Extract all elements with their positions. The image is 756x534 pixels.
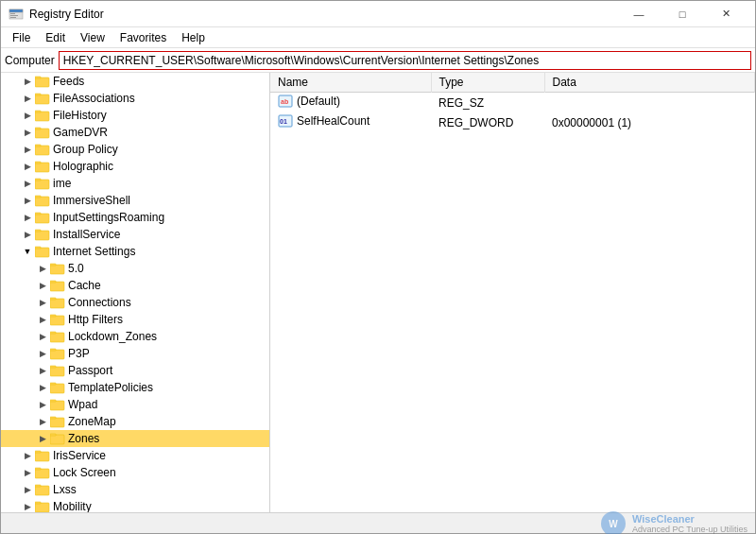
tree-label-ime: ime xyxy=(53,177,71,190)
tree-item-50[interactable]: ▶ 5.0 xyxy=(1,260,269,277)
svg-rect-36 xyxy=(50,332,56,334)
svg-rect-25 xyxy=(35,248,49,257)
menu-favorites[interactable]: Favorites xyxy=(112,29,174,46)
svg-rect-35 xyxy=(50,333,64,342)
maximize-button[interactable]: □ xyxy=(661,1,704,27)
tree-label-50: 5.0 xyxy=(68,262,84,275)
address-label: Computer xyxy=(5,54,55,67)
svg-rect-3 xyxy=(10,15,18,16)
reg-dword-icon-selfheal: 01 SelfHealCount xyxy=(278,114,369,128)
address-input[interactable] xyxy=(59,51,751,70)
tree-item-inputsettingsroaming[interactable]: ▶ InputSettingsRoaming xyxy=(1,209,269,226)
tree-item-gamedvr[interactable]: ▶ GameDVR xyxy=(1,124,269,141)
expander-immersiveshell: ▶ xyxy=(20,193,35,208)
tree-label-zones: Zones xyxy=(68,432,99,445)
tree-item-lockdownzones[interactable]: ▶ Lockdown_Zones xyxy=(1,328,269,345)
tree-item-mobility[interactable]: ▶ Mobility xyxy=(1,498,269,512)
tree-label-gamedvr: GameDVR xyxy=(53,126,108,139)
tree-item-fileassociations[interactable]: ▶ FileAssociations xyxy=(1,90,269,107)
tree-label-filehistory: FileHistory xyxy=(53,109,107,122)
tree-label-irisservice: IrisService xyxy=(53,449,106,462)
expander-internetsettings: ▼ xyxy=(20,244,35,259)
svg-rect-55 xyxy=(35,503,49,512)
reg-sz-icon-default: ab (Default) xyxy=(278,95,340,108)
minimize-button[interactable]: — xyxy=(617,1,661,27)
svg-rect-2 xyxy=(10,13,15,14)
tree-item-holographic[interactable]: ▶ Holographic xyxy=(1,158,269,175)
expander-lockscreen: ▶ xyxy=(20,465,35,480)
tree-item-wpad[interactable]: ▶ Wpad xyxy=(1,396,269,413)
tree-item-ime[interactable]: ▶ ime xyxy=(1,175,269,192)
svg-rect-49 xyxy=(35,452,49,461)
svg-rect-22 xyxy=(35,213,41,215)
tree-item-grouppolicy[interactable]: ▶ Group Policy xyxy=(1,141,269,158)
tree-pane[interactable]: ▶ Feeds ▶ FileAssociations ▶ xyxy=(1,73,270,512)
col-header-data: Data xyxy=(544,73,755,93)
expander-installservice: ▶ xyxy=(20,227,35,242)
expander-mobility: ▶ xyxy=(20,499,35,512)
tree-label-lockscreen: Lock Screen xyxy=(53,466,116,479)
folder-icon-immersiveshell xyxy=(35,194,50,207)
col-header-name: Name xyxy=(270,73,431,93)
close-button[interactable]: ✕ xyxy=(704,1,747,27)
svg-rect-1 xyxy=(9,9,23,12)
tree-item-templatepolicies[interactable]: ▶ TemplatePolicies xyxy=(1,379,269,396)
expander-inputsettingsroaming: ▶ xyxy=(20,210,35,225)
tree-item-installservice[interactable]: ▶ InstallService xyxy=(1,226,269,243)
svg-rect-33 xyxy=(50,316,64,325)
tree-label-fileassociations: FileAssociations xyxy=(53,92,135,105)
svg-rect-39 xyxy=(50,367,64,376)
expander-cache: ▶ xyxy=(35,278,50,293)
folder-icon-httpfilters xyxy=(50,313,65,326)
expander-fileassociations: ▶ xyxy=(20,91,35,106)
folder-icon-lockdownzones xyxy=(50,330,65,343)
tree-item-lxss[interactable]: ▶ Lxss xyxy=(1,481,269,498)
expander-gamedvr: ▶ xyxy=(20,125,35,140)
expander-lxss: ▶ xyxy=(20,482,35,497)
registry-values-table: Name Type Data ab (De xyxy=(270,73,755,132)
window-controls: — □ ✕ xyxy=(617,1,747,27)
svg-rect-10 xyxy=(35,111,41,112)
watermark-text-container: WiseCleaner Advanced PC Tune-up Utilitie… xyxy=(632,513,747,534)
tree-label-p3p: P3P xyxy=(68,347,90,360)
svg-rect-11 xyxy=(35,129,49,138)
folder-icon-lockscreen xyxy=(35,466,50,479)
folder-icon-p3p xyxy=(50,347,65,360)
tree-label-feeds: Feeds xyxy=(53,75,84,88)
wisecleaner-icon: W xyxy=(600,510,627,535)
svg-rect-41 xyxy=(50,384,64,393)
menu-view[interactable]: View xyxy=(73,29,112,46)
tree-item-feeds[interactable]: ▶ Feeds xyxy=(1,73,269,90)
tree-item-internetsettings[interactable]: ▼ Internet Settings xyxy=(1,243,269,260)
tree-label-connections: Connections xyxy=(68,296,131,309)
row-type-default: REG_SZ xyxy=(431,93,544,113)
menu-file[interactable]: File xyxy=(5,29,38,46)
tree-item-httpfilters[interactable]: ▶ Http Filters xyxy=(1,311,269,328)
svg-rect-12 xyxy=(35,128,41,129)
tree-item-immersiveshell[interactable]: ▶ ImmersiveShell xyxy=(1,192,269,209)
folder-icon-wpad xyxy=(50,398,65,411)
folder-icon-passport xyxy=(50,364,65,377)
table-row[interactable]: 01 SelfHealCount REG_DWORD 0x00000001 (1… xyxy=(270,112,755,132)
tree-item-connections[interactable]: ▶ Connections xyxy=(1,294,269,311)
tree-item-p3p[interactable]: ▶ P3P xyxy=(1,345,269,362)
svg-rect-50 xyxy=(35,451,41,453)
tree-item-zones[interactable]: ▶ Zones xyxy=(1,430,269,447)
svg-rect-54 xyxy=(35,485,41,487)
tree-item-passport[interactable]: ▶ Passport xyxy=(1,362,269,379)
tree-item-cache[interactable]: ▶ Cache xyxy=(1,277,269,294)
svg-rect-29 xyxy=(50,282,64,291)
tree-item-lockscreen[interactable]: ▶ Lock Screen xyxy=(1,464,269,481)
menu-edit[interactable]: Edit xyxy=(38,29,73,46)
svg-rect-23 xyxy=(35,231,49,240)
svg-rect-32 xyxy=(50,298,56,300)
menu-help[interactable]: Help xyxy=(174,29,213,46)
svg-rect-56 xyxy=(35,502,41,504)
svg-rect-18 xyxy=(35,179,41,181)
tree-label-mobility: Mobility xyxy=(53,500,92,512)
table-row[interactable]: ab (Default) REG_SZ xyxy=(270,93,755,113)
svg-rect-26 xyxy=(35,247,41,249)
tree-item-irisservice[interactable]: ▶ IrisService xyxy=(1,447,269,464)
tree-item-zonemap[interactable]: ▶ ZoneMap xyxy=(1,413,269,430)
tree-item-filehistory[interactable]: ▶ FileHistory xyxy=(1,107,269,124)
